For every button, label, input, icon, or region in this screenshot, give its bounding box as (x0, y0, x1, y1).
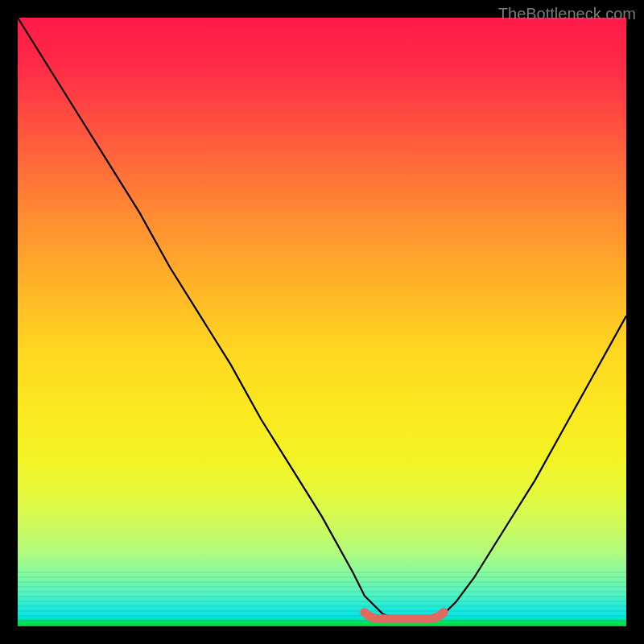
watermark-text: TheBottleneck.com (498, 5, 636, 23)
chart-svg (18, 18, 626, 626)
curve-line (18, 18, 626, 620)
chart-plot-area (18, 18, 626, 626)
valley-marker (365, 613, 444, 619)
